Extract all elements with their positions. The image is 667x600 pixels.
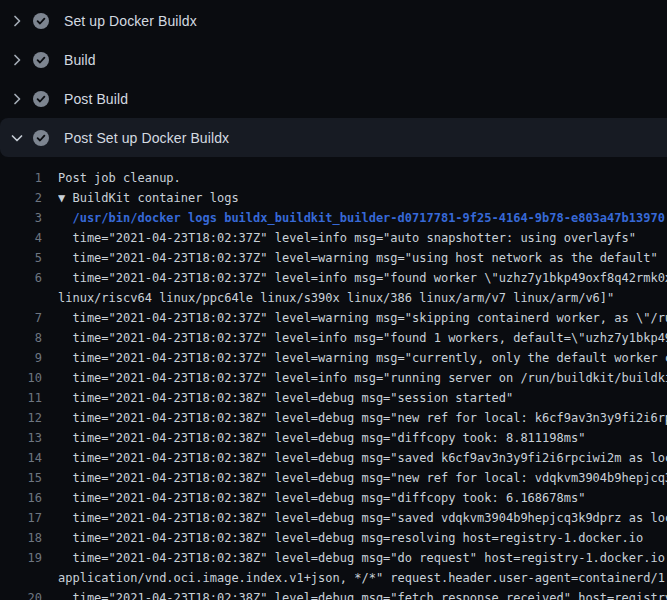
line-number-link[interactable]: 16 xyxy=(0,491,42,505)
log-row: 5 time="2021-04-23T18:02:37Z" level=warn… xyxy=(0,248,667,268)
chevron-down-icon xyxy=(10,131,24,145)
log-text: time="2021-04-23T18:02:37Z" level=warnin… xyxy=(58,251,667,265)
line-number-link[interactable]: 4 xyxy=(0,231,42,245)
log-row: 1 Post job cleanup. xyxy=(0,168,667,188)
actions-log-viewer: Set up Docker Buildx Build Post Build Po… xyxy=(0,0,667,600)
log-row: 14 time="2021-04-23T18:02:38Z" level=deb… xyxy=(0,448,667,468)
line-number-link[interactable]: 6 xyxy=(0,271,42,285)
log-text: linux/riscv64 linux/ppc64le linux/s390x … xyxy=(58,291,667,305)
log-row: 3 /usr/bin/docker logs buildx_buildkit_b… xyxy=(0,208,667,228)
line-number-link[interactable]: 9 xyxy=(0,351,42,365)
step-header[interactable]: Post Build xyxy=(0,79,667,118)
log-text: time="2021-04-23T18:02:37Z" level=info m… xyxy=(58,371,667,385)
log-text: time="2021-04-23T18:02:38Z" level=debug … xyxy=(58,591,667,600)
log-text: time="2021-04-23T18:02:38Z" level=debug … xyxy=(58,511,667,525)
line-number-link[interactable]: 17 xyxy=(0,511,42,525)
log-text: time="2021-04-23T18:02:38Z" level=debug … xyxy=(58,391,667,405)
log-row: 15 time="2021-04-23T18:02:38Z" level=deb… xyxy=(0,468,667,488)
log-text: time="2021-04-23T18:02:38Z" level=debug … xyxy=(58,411,667,425)
log-row: 7 time="2021-04-23T18:02:37Z" level=warn… xyxy=(0,308,667,328)
log-text: time="2021-04-23T18:02:37Z" level=info m… xyxy=(58,331,667,345)
check-circle-icon xyxy=(33,91,49,107)
log-row: 6 time="2021-04-23T18:02:37Z" level=info… xyxy=(0,268,667,288)
log-row: 4 time="2021-04-23T18:02:37Z" level=info… xyxy=(0,228,667,248)
step-label: Set up Docker Buildx xyxy=(64,13,197,29)
log-row: 12 time="2021-04-23T18:02:38Z" level=deb… xyxy=(0,408,667,428)
line-number-link[interactable]: 7 xyxy=(0,311,42,325)
check-circle-icon xyxy=(33,52,49,68)
log-row: 10 time="2021-04-23T18:02:37Z" level=inf… xyxy=(0,368,667,388)
log-row: 20 time="2021-04-23T18:02:38Z" level=deb… xyxy=(0,588,667,600)
steps-list: Set up Docker Buildx Build Post Build Po… xyxy=(0,0,667,157)
check-circle-icon xyxy=(33,130,49,146)
log-text: time="2021-04-23T18:02:38Z" level=debug … xyxy=(58,451,667,465)
log-row: 13 time="2021-04-23T18:02:38Z" level=deb… xyxy=(0,428,667,448)
step-label: Post Build xyxy=(64,91,128,107)
line-number-link[interactable]: 15 xyxy=(0,471,42,485)
line-number-link[interactable]: 3 xyxy=(0,211,42,225)
chevron-right-icon xyxy=(10,92,24,106)
step-label: Post Set up Docker Buildx xyxy=(64,130,229,146)
log-text: time="2021-04-23T18:02:38Z" level=debug … xyxy=(58,431,667,445)
chevron-right-icon xyxy=(10,53,24,67)
line-number-link[interactable]: 12 xyxy=(0,411,42,425)
line-number-link[interactable]: 8 xyxy=(0,331,42,345)
log-text: Post job cleanup. xyxy=(58,171,667,185)
check-circle-icon xyxy=(33,13,49,29)
chevron-right-icon xyxy=(10,14,24,28)
log-text: time="2021-04-23T18:02:37Z" level=warnin… xyxy=(58,351,667,365)
line-number-link[interactable]: 18 xyxy=(0,531,42,545)
log-text: time="2021-04-23T18:02:38Z" level=debug … xyxy=(58,531,667,545)
log-row: 9 time="2021-04-23T18:02:37Z" level=warn… xyxy=(0,348,667,368)
log-text: /usr/bin/docker logs buildx_buildkit_bui… xyxy=(58,211,667,225)
log-text: time="2021-04-23T18:02:38Z" level=debug … xyxy=(58,471,667,485)
log-text: time="2021-04-23T18:02:37Z" level=info m… xyxy=(58,271,667,285)
log-row: linux/riscv64 linux/ppc64le linux/s390x … xyxy=(0,288,667,308)
log-row: 8 time="2021-04-23T18:02:37Z" level=info… xyxy=(0,328,667,348)
log-row: 2 ▼ BuildKit container logs xyxy=(0,188,667,208)
log-text: time="2021-04-23T18:02:37Z" level=info m… xyxy=(58,231,667,245)
log-text: application/vnd.oci.image.index.v1+json,… xyxy=(58,571,667,585)
line-number-link[interactable]: 11 xyxy=(0,391,42,405)
log-row: 18 time="2021-04-23T18:02:38Z" level=deb… xyxy=(0,528,667,548)
log-text: time="2021-04-23T18:02:38Z" level=debug … xyxy=(58,551,667,565)
log-text: time="2021-04-23T18:02:37Z" level=warnin… xyxy=(58,311,667,325)
step-header[interactable]: Build xyxy=(0,40,667,79)
step-label: Build xyxy=(64,52,96,68)
step-header[interactable]: Post Set up Docker Buildx xyxy=(0,118,667,157)
line-number-link[interactable]: 5 xyxy=(0,251,42,265)
log-row: 17 time="2021-04-23T18:02:38Z" level=deb… xyxy=(0,508,667,528)
line-number-link[interactable]: 2 xyxy=(0,191,42,205)
line-number-link[interactable]: 19 xyxy=(0,551,42,565)
log-text: time="2021-04-23T18:02:38Z" level=debug … xyxy=(58,491,667,505)
step-header[interactable]: Set up Docker Buildx xyxy=(0,1,667,40)
line-number-link[interactable]: 10 xyxy=(0,371,42,385)
log-row: application/vnd.oci.image.index.v1+json,… xyxy=(0,568,667,588)
line-number-link[interactable]: 13 xyxy=(0,431,42,445)
log-group-toggle[interactable]: ▼ BuildKit container logs xyxy=(58,191,667,205)
line-number-link[interactable]: 14 xyxy=(0,451,42,465)
log-row: 19 time="2021-04-23T18:02:38Z" level=deb… xyxy=(0,548,667,568)
log-panel: 1 Post job cleanup. 2 ▼ BuildKit contain… xyxy=(0,157,667,600)
log-row: 11 time="2021-04-23T18:02:38Z" level=deb… xyxy=(0,388,667,408)
line-number-link[interactable]: 20 xyxy=(0,591,42,600)
log-row: 16 time="2021-04-23T18:02:38Z" level=deb… xyxy=(0,488,667,508)
line-number-link[interactable]: 1 xyxy=(0,171,42,185)
